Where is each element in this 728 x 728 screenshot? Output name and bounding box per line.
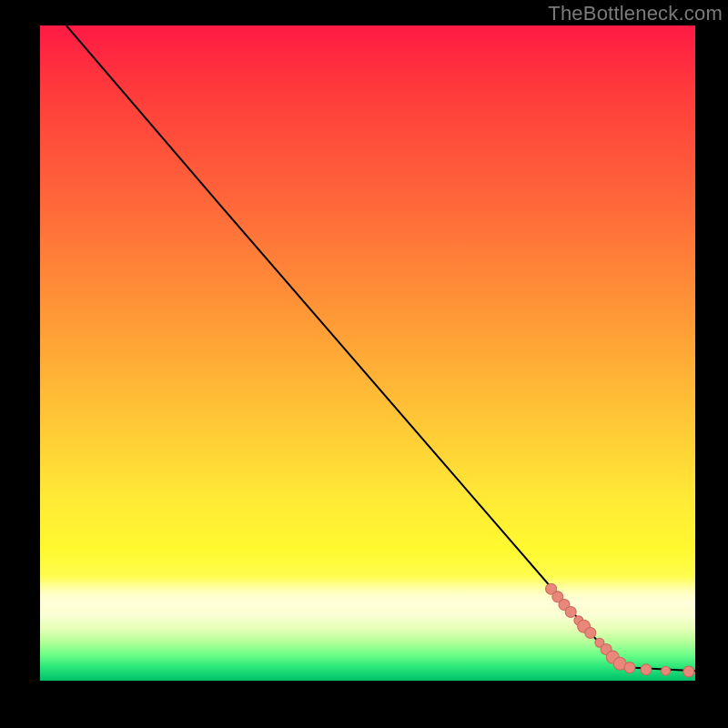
watermark-text: TheBottleneck.com [548,2,723,25]
data-marker [641,664,652,675]
data-marker [565,606,576,617]
chart-frame: TheBottleneck.com [0,0,728,728]
data-marker [662,666,671,675]
chart-svg [40,25,695,681]
data-markers [546,583,694,677]
data-marker [624,662,635,673]
bottleneck-curve [66,25,695,671]
data-marker [683,666,694,677]
data-marker [585,627,596,638]
plot-area [40,25,695,681]
